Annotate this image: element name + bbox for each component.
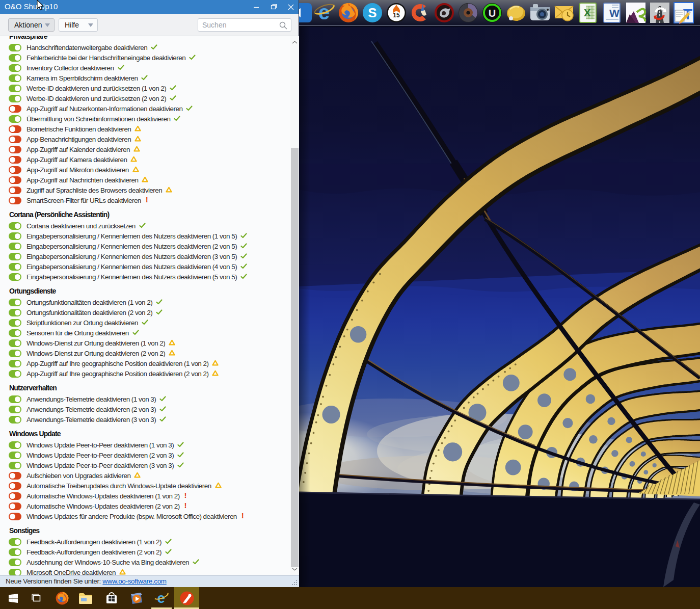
- svg-text:X: X: [584, 7, 591, 18]
- svg-text:W: W: [609, 7, 620, 19]
- svg-text:15: 15: [393, 12, 400, 19]
- svg-text:U: U: [489, 8, 496, 19]
- svg-text:S: S: [368, 5, 376, 20]
